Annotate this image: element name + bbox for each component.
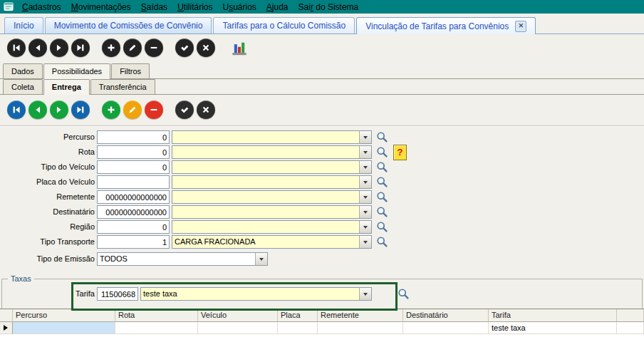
nav-prev-button[interactable] [28,100,47,119]
form-row-2-dropdown-button[interactable] [359,161,371,173]
nav-next-button[interactable] [50,38,68,57]
form-row-7-search-icon[interactable] [376,236,388,248]
form-row-6-dropdown-button[interactable] [359,221,371,233]
grid-column-header-3[interactable]: Placa [278,309,318,322]
grid-column-header-6[interactable]: Tarifa [489,309,617,322]
main-tab-0[interactable]: Início [4,17,43,33]
main-tab-label: Tarifas para o Cálculo Comissão [222,21,346,31]
form-row-0-dropdown-button[interactable] [359,131,371,143]
check-icon [180,105,189,115]
grid-row-selector[interactable] [0,322,13,334]
chart-button[interactable] [229,38,249,58]
grid-cell-r0-c5[interactable] [403,322,489,334]
delete-button[interactable] [145,100,163,119]
level1-tab-1[interactable]: Possibilidades [43,63,110,79]
tarifa-dropdown-button[interactable] [359,288,371,300]
grid-cell-r0-c4[interactable] [318,322,403,334]
menu-item-1[interactable]: Movimentações [66,2,136,12]
menu-item-4[interactable]: Usuários [217,2,261,12]
form-row-0-search-icon[interactable] [376,131,388,143]
tarifa-combo[interactable]: teste taxa [140,287,372,301]
form-row-7-combo[interactable]: CARGA FRACIONADA [172,235,372,249]
chevron-down-icon [363,166,368,169]
results-grid: PercursoRotaVeículoPlacaRemetenteDestina… [0,309,644,357]
level1-tab-0[interactable]: Dados [3,63,43,78]
main-tab-2[interactable]: Tarifas para o Cálculo Comissão [213,17,355,33]
edit-button[interactable] [123,38,142,57]
form-row-1-search-icon[interactable] [376,146,388,158]
form-row-4-combo[interactable] [172,190,372,204]
grid-cell-r0-c3[interactable] [278,322,318,334]
pencil-icon [128,105,137,115]
form-row-7-dropdown-button[interactable] [359,236,371,248]
add-button[interactable] [102,38,120,57]
form-row-7-code-input[interactable] [97,235,170,249]
form-row-3-combo[interactable] [172,175,372,189]
main-tab-1[interactable]: Movimento de Comissões de Convênio [45,17,212,33]
nav-first-button[interactable] [7,38,26,57]
form-row-5-dropdown-button[interactable] [359,206,371,218]
nav-last-button[interactable] [71,100,90,119]
menu-item-0[interactable]: Cadastros [17,2,66,12]
grid-selector-header [0,309,13,322]
menu-item-3[interactable]: Utilitários [172,2,217,12]
nav-last-button[interactable] [71,38,90,57]
form-row-3-search-icon[interactable] [376,176,388,188]
tarifa-code-input[interactable] [97,287,138,301]
form-row-5-code-input[interactable] [97,205,170,219]
confirm-button[interactable] [175,100,194,119]
form-row-4-code-input[interactable] [97,190,170,204]
nav-next-button[interactable] [50,100,68,119]
level2-tab-0[interactable]: Coleta [3,79,43,94]
form-row-6-code-input[interactable] [97,220,170,234]
menu-item-2[interactable]: Saídas [136,2,172,12]
grid-column-header-1[interactable]: Rota [115,309,198,322]
grid-cell-r0-c2[interactable] [198,322,278,334]
level1-tab-2[interactable]: Filtros [111,63,150,78]
confirm-button[interactable] [175,38,194,57]
form-row-1-code-input[interactable] [97,145,170,159]
grid-cell-r0-c0[interactable] [13,322,115,334]
form-row-3-code-input[interactable] [97,175,170,189]
level2-tab-2[interactable]: Transferência [90,79,155,94]
form-row-3-dropdown-button[interactable] [359,176,371,188]
grid-column-header-0[interactable]: Percurso [13,309,115,322]
menu-item-6[interactable]: Sair do Sistema [294,2,364,12]
edit-button[interactable] [123,100,142,119]
grid-cell-r0-c1[interactable] [115,322,198,334]
form-row-6-combo[interactable] [172,220,372,234]
add-button[interactable] [102,100,120,119]
menu-item-5[interactable]: Ajuda [261,2,294,12]
delete-button[interactable] [145,38,163,57]
form-row-2-search-icon[interactable] [376,161,388,173]
form-row-1-dropdown-button[interactable] [359,146,371,158]
emissao-combo[interactable]: TODOS [97,252,268,266]
nav-prev-button[interactable] [28,38,47,57]
cancel-button[interactable] [197,100,215,119]
form-row-1-help-button[interactable]: ? [393,145,407,160]
form-row-2-combo[interactable] [172,160,372,174]
form-row-4-dropdown-button[interactable] [359,191,371,203]
tab-close-icon[interactable]: ✕ [515,21,526,32]
form-row-1-combo[interactable] [172,145,372,159]
level2-tab-1[interactable]: Entrega [43,79,90,95]
emissao-dropdown-button[interactable] [255,253,267,265]
form-row-5-combo[interactable] [172,205,372,219]
chevron-down-icon [363,196,368,199]
main-tab-3[interactable]: Vinculação de Tarifas para Convênios✕ [356,17,536,34]
form-row-2-code-input[interactable] [97,160,170,174]
form-row-0-code-input[interactable] [97,130,170,144]
cancel-button[interactable] [197,38,215,57]
grid-cell-r0-c6[interactable]: teste taxa [489,322,617,334]
form-row-6-search-icon[interactable] [376,221,388,233]
form-row-2-label: Tipo do Veículo [0,162,95,171]
form-row-4-search-icon[interactable] [376,191,388,203]
grid-column-header-2[interactable]: Veículo [198,309,278,322]
prev-icon [33,43,43,53]
tarifa-search-icon[interactable] [398,288,410,300]
form-row-5-search-icon[interactable] [376,206,388,218]
nav-first-button[interactable] [7,100,26,119]
grid-column-header-4[interactable]: Remetente [318,309,403,322]
form-row-0-combo[interactable] [172,130,372,144]
grid-column-header-5[interactable]: Destinatário [403,309,489,322]
